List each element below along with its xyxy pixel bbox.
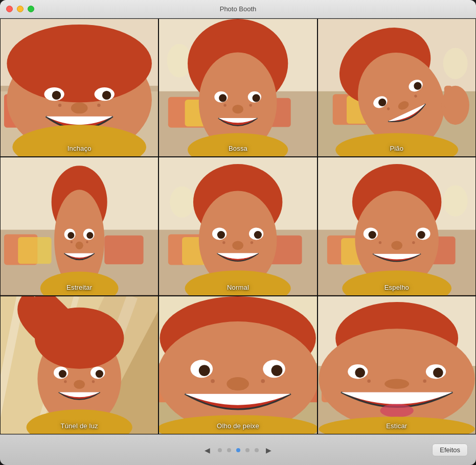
effect-label-esticar: Esticar (318, 422, 475, 430)
svg-point-116 (92, 380, 95, 383)
svg-point-30 (233, 105, 244, 113)
svg-point-146 (384, 379, 409, 389)
svg-point-149 (423, 379, 426, 383)
effect-label-estreitar: Estreitar (1, 284, 158, 291)
effects-grid: Inchaço (0, 18, 476, 434)
svg-point-100 (412, 241, 415, 244)
svg-point-130 (227, 377, 250, 390)
svg-point-113 (96, 370, 103, 378)
svg-point-129 (271, 365, 283, 376)
close-button[interactable] (6, 6, 13, 12)
effect-label-tunel: Túnel de luz (1, 422, 158, 430)
effect-label-olho: Olho de peixe (159, 422, 316, 430)
svg-point-109 (35, 307, 124, 368)
titlebar: Photo Booth (0, 0, 476, 18)
page-dot-3[interactable] (245, 448, 250, 452)
effects-button[interactable]: Efeitos (432, 444, 468, 456)
svg-point-83 (251, 241, 253, 244)
svg-point-39 (443, 48, 467, 79)
svg-point-64 (76, 242, 83, 249)
effect-cell-olho[interactable]: Olho de peixe (158, 296, 317, 434)
effect-cell-normal[interactable]: Normal (158, 157, 317, 295)
svg-point-71 (170, 187, 194, 218)
svg-point-99 (378, 241, 381, 244)
svg-point-31 (224, 104, 226, 106)
window-title: Photo Booth (220, 5, 257, 13)
svg-point-131 (211, 379, 215, 383)
svg-point-112 (59, 370, 66, 378)
pagination: ◀ ▶ (202, 445, 274, 455)
svg-point-144 (355, 367, 365, 378)
svg-point-145 (433, 367, 443, 378)
svg-point-147 (380, 404, 413, 417)
page-dot-4[interactable] (255, 448, 259, 452)
effect-cell-tunel[interactable]: Túnel de luz (0, 296, 158, 434)
minimize-button[interactable] (17, 6, 24, 12)
app-window: Photo Booth (0, 0, 476, 465)
effect-cell-inchaço[interactable]: Inchaço (0, 18, 158, 157)
svg-point-115 (64, 380, 66, 383)
page-dot-1[interactable] (227, 448, 231, 452)
svg-point-28 (219, 94, 226, 102)
effect-label-pião: Pião (318, 145, 475, 152)
page-dot-0[interactable] (218, 448, 222, 452)
svg-point-8 (7, 25, 152, 103)
svg-point-88 (443, 185, 467, 217)
effect-cell-pião[interactable]: Pião (318, 18, 476, 157)
effect-cell-estreitar[interactable]: Estreitar (0, 157, 158, 295)
svg-point-11 (52, 91, 61, 100)
svg-point-132 (261, 379, 265, 383)
svg-point-63 (86, 232, 93, 239)
bottom-bar: ◀ ▶ Efeitos (0, 434, 476, 465)
effect-label-espelho: Espelho (318, 284, 475, 291)
svg-point-12 (102, 91, 111, 100)
svg-point-14 (58, 104, 62, 107)
effect-label-inchaço: Inchaço (1, 145, 158, 152)
svg-point-80 (254, 231, 262, 239)
traffic-lights (6, 6, 34, 12)
effect-label-bossa: Bossa (159, 145, 316, 152)
svg-point-97 (417, 231, 425, 239)
effect-cell-esticar[interactable]: Esticar (318, 296, 476, 434)
svg-point-98 (391, 241, 402, 250)
effect-cell-bossa[interactable]: Bossa (158, 18, 317, 157)
svg-rect-57 (104, 236, 143, 265)
next-page-button[interactable]: ▶ (264, 445, 274, 455)
svg-point-148 (367, 379, 371, 383)
svg-point-29 (253, 94, 260, 102)
svg-point-96 (368, 231, 376, 239)
maximize-button[interactable] (28, 6, 34, 12)
svg-point-79 (217, 231, 225, 239)
svg-point-13 (71, 103, 88, 114)
svg-point-65 (71, 241, 73, 243)
svg-point-32 (250, 104, 252, 106)
svg-point-114 (74, 380, 85, 388)
svg-point-81 (233, 241, 244, 250)
svg-point-15 (97, 104, 101, 107)
page-dot-2[interactable] (236, 448, 240, 452)
svg-point-66 (86, 241, 88, 243)
effect-label-normal: Normal (159, 284, 316, 291)
svg-point-62 (67, 232, 74, 239)
svg-point-82 (223, 241, 225, 244)
prev-page-button[interactable]: ◀ (202, 445, 213, 455)
svg-rect-56 (18, 237, 51, 264)
svg-rect-50 (444, 86, 452, 108)
svg-point-128 (199, 365, 210, 376)
effect-cell-espelho[interactable]: Espelho (318, 157, 476, 295)
